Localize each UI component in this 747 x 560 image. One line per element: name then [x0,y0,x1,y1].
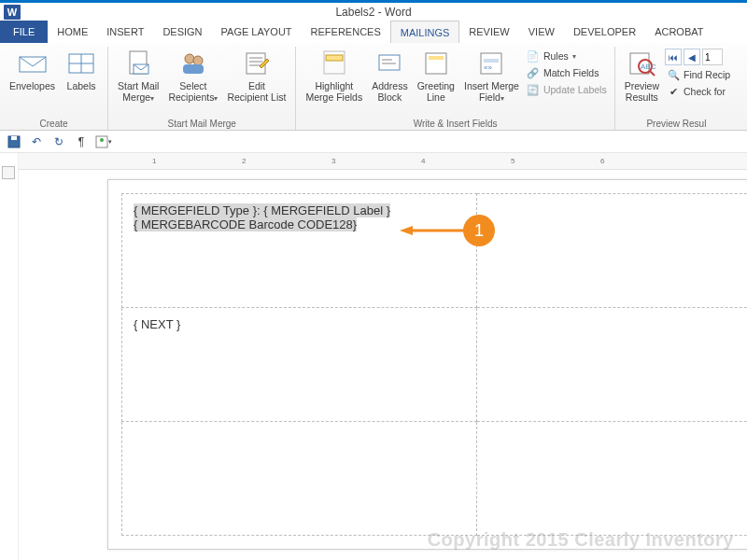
labels-icon [66,49,96,78]
tab-insert[interactable]: INSERT [97,21,153,43]
merge-field-line: { MERGEFIELD Type }: { MERGEFIELD Label … [134,203,390,217]
insert-field-icon: «» [476,49,506,78]
tab-references[interactable]: REFERENCES [302,21,390,43]
insert-merge-field-button[interactable]: «» Insert MergeField▾ [460,47,523,105]
ruler-mark: 2 [242,157,246,165]
workspace: 123456 ✥ { MERGEFIELD Type }: { MERGEFIE… [0,153,747,560]
document-page[interactable]: { MERGEFIELD Type }: { MERGEFIELD Label … [107,179,747,550]
tab-view[interactable]: VIEW [519,21,564,43]
start-mail-merge-button[interactable]: Start MailMerge▾ [114,47,162,105]
titlebar: W Labels2 - Word [0,0,747,21]
ruler-mark: 5 [511,157,514,165]
rules-icon: 📄 [527,49,540,63]
people-icon [178,49,208,78]
tab-mailings[interactable]: MAILINGS [390,21,460,43]
ruler-mark: 3 [331,157,335,165]
labels-button[interactable]: Labels [61,47,102,93]
svg-point-6 [185,54,194,63]
edit-list-icon [242,49,272,78]
match-icon: 🔗 [527,66,540,79]
customize-qat-button[interactable]: ▾ [95,133,112,150]
document-mail-icon [123,49,153,78]
svg-rect-13 [326,55,343,61]
tab-page-layout[interactable]: PAGE LAYOUT [212,21,302,43]
rules-button[interactable]: 📄Rules ▾ [525,49,609,63]
label-cell[interactable]: { NEXT } [122,308,477,422]
svg-text:«»: «» [484,63,492,72]
tab-home[interactable]: HOME [48,21,97,43]
match-fields-button[interactable]: 🔗Match Fields [525,65,609,80]
group-create: Envelopes Labels Create [0,47,108,131]
chevron-down-icon: ▾ [150,94,154,103]
page-area: 123456 ✥ { MERGEFIELD Type }: { MERGEFIE… [19,153,747,560]
label-cell[interactable] [476,308,747,422]
label-cell[interactable]: { MERGEFIELD Type }: { MERGEFIELD Label … [122,194,477,308]
label-grid: { MERGEFIELD Type }: { MERGEFIELD Label … [121,193,747,536]
group-label-create: Create [6,119,102,131]
document-title: Labels2 - Word [335,6,411,19]
vertical-ruler [0,153,19,560]
table-row: { NEXT } [122,308,748,422]
svg-rect-19 [429,56,444,60]
check-icon: ✔ [667,85,680,98]
svg-point-30 [100,138,104,142]
svg-rect-15 [379,55,400,70]
next-field: { NEXT } [134,317,180,331]
svg-rect-28 [11,136,17,140]
envelope-icon [18,49,48,78]
svg-line-25 [650,71,655,76]
address-icon [374,49,404,78]
find-recipient-button[interactable]: 🔍Find Recip [665,67,732,82]
group-preview-results: ABC PreviewResults ⏮ ◀ 🔍Find Recip ✔Chec… [615,47,739,131]
tab-design[interactable]: DESIGN [153,21,211,43]
group-start-mail-merge: Start MailMerge▾ SelectRecipients▾ EditR… [108,47,296,131]
preview-results-button[interactable]: ABC PreviewResults [621,47,663,105]
tab-file[interactable]: FILE [0,21,48,43]
greeting-icon [421,49,451,78]
horizontal-ruler: 123456 [19,153,747,170]
merge-barcode-line: { MERGEBARCODE Barcode CODE128} [134,217,357,231]
select-recipients-button[interactable]: SelectRecipients▾ [164,47,221,105]
edit-recipient-list-button[interactable]: EditRecipient List [223,47,289,105]
preview-icon: ABC [627,49,656,78]
watermark-text: Copyright 2015 Clearly Inventory [428,529,734,551]
label-cell[interactable] [476,422,747,536]
group-write-insert: HighlightMerge Fields AddressBlock Greet… [296,47,614,131]
envelopes-button[interactable]: Envelopes [6,47,59,93]
group-label-startmm: Start Mail Merge [114,119,289,131]
chevron-down-icon: ▾ [214,94,218,103]
highlight-icon [319,49,349,78]
label-cell[interactable] [476,194,747,308]
ruler-mark: 4 [421,157,425,165]
record-nav: ⏮ ◀ [665,49,732,65]
tab-developer[interactable]: DEVELOPER [564,21,645,43]
tab-review[interactable]: REVIEW [459,21,518,43]
update-labels-button[interactable]: 🔄Update Labels [525,82,609,97]
highlight-merge-fields-button[interactable]: HighlightMerge Fields [302,47,366,105]
pilcrow-button[interactable]: ¶ [73,133,90,150]
ruler-mark: 6 [600,157,604,165]
table-row [122,422,748,536]
check-errors-button[interactable]: ✔Check for [665,84,732,99]
chevron-down-icon: ▾ [572,52,576,61]
address-block-button[interactable]: AddressBlock [368,47,412,105]
label-cell[interactable] [122,422,477,536]
word-app-icon: W [4,5,21,20]
group-label-write: Write & Insert Fields [302,119,608,131]
save-button[interactable] [6,133,22,150]
undo-button[interactable]: ↶ [28,133,45,150]
ribbon: Envelopes Labels Create Start MailMerge▾… [0,43,747,131]
redo-button[interactable]: ↻ [50,133,67,150]
first-record-button[interactable]: ⏮ [665,49,682,65]
svg-point-7 [193,56,203,65]
record-number-input[interactable] [702,49,723,65]
svg-rect-8 [183,64,204,74]
tab-acrobat[interactable]: ACROBAT [645,21,712,43]
group-label-preview: Preview Resul [621,119,733,131]
greeting-line-button[interactable]: GreetingLine [414,47,458,105]
svg-text:ABC: ABC [641,63,656,71]
quick-access-toolbar: ↶ ↻ ¶ ▾ [0,131,747,153]
ribbon-tabs: FILE HOME INSERT DESIGN PAGE LAYOUT REFE… [0,21,747,43]
prev-record-button[interactable]: ◀ [684,49,700,65]
svg-rect-21 [484,59,499,63]
